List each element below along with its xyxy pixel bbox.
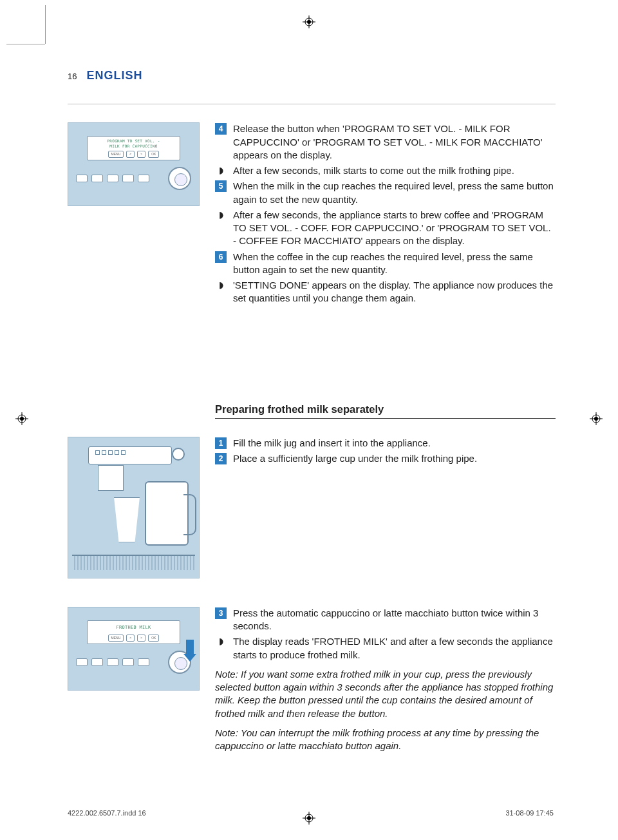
control-icon (107, 175, 118, 182)
step-text: Release the button when 'PROGRAM TO SET … (233, 122, 556, 162)
bullet-icon: ◗ (215, 209, 227, 248)
control-icon (138, 175, 149, 182)
control-icon (76, 175, 88, 182)
registration-mark-icon (15, 412, 28, 425)
step-4-sub: ◗ After a few seconds, milk starts to co… (215, 164, 556, 177)
step-3-sub: ◗ The display reads 'FROTHED MILK' and a… (215, 635, 556, 662)
control-icon (91, 175, 103, 182)
step-text: Press the automatic cappuccino or latte … (233, 607, 556, 633)
control-icon (138, 658, 149, 666)
left-button-icon: < (126, 635, 135, 642)
step-5-sub: ◗ After a few seconds, the appliance sta… (215, 209, 556, 248)
step-2: 2 Place a sufficiently large cup under t… (215, 452, 556, 465)
sub-text: 'SETTING DONE' appears on the display. T… (233, 279, 556, 305)
page-footer: 4222.002.6507.7.indd 16 31-08-09 17:45 (68, 808, 554, 818)
lcd-line-1: FROTHED MILK (90, 623, 177, 633)
registration-mark-icon (590, 412, 603, 425)
bullet-icon: ◗ (215, 164, 227, 177)
step-number: 1 (215, 437, 227, 449)
step-3: 3 Press the automatic cappuccino or latt… (215, 607, 556, 633)
registration-mark-icon (303, 15, 315, 28)
crop-mark (45, 5, 46, 44)
illustration-display-panel: PROGRAM TO SET VOL. - MILK FOR CAPPUCCIN… (68, 122, 200, 206)
step-6: 6 When the coffee in the cup reaches the… (215, 251, 556, 277)
step-number: 4 (215, 123, 227, 135)
ok-button-icon: OK (148, 151, 159, 158)
language-label: ENGLISH (86, 68, 142, 83)
lcd-screen: PROGRAM TO SET VOL. - MILK FOR CAPPUCCIN… (87, 136, 180, 160)
control-icon (122, 658, 134, 666)
step-number: 3 (215, 607, 227, 619)
step-5: 5 When the milk in the cup reaches the r… (215, 180, 556, 206)
step-number: 2 (215, 453, 227, 464)
note-text: Note: If you want some extra frothed mil… (215, 668, 556, 720)
step-4: 4 Release the button when 'PROGRAM TO SE… (215, 122, 556, 162)
step-number: 5 (215, 180, 227, 192)
step-text: When the milk in the cup reaches the req… (233, 180, 556, 206)
step-6-sub: ◗ 'SETTING DONE' appears on the display.… (215, 279, 556, 305)
step-text: Place a sufficiently large cup under the… (233, 452, 556, 465)
sub-text: After a few seconds, milk starts to come… (233, 164, 514, 177)
step-text: Fill the milk jug and insert it into the… (233, 437, 556, 450)
page-header: 16 ENGLISH (68, 68, 556, 83)
right-button-icon: > (137, 635, 145, 642)
left-button-icon: < (126, 151, 135, 158)
footer-date: 31-08-09 17:45 (505, 808, 554, 818)
illustration-display-panel-frothed: FROTHED MILK MENU < > OK (68, 607, 200, 691)
dial-icon (168, 167, 191, 190)
sub-text: The display reads 'FROTHED MILK' and aft… (233, 635, 556, 662)
section-rule (215, 418, 556, 419)
ok-button-icon: OK (148, 635, 159, 642)
control-icon (122, 175, 134, 182)
illustration-machine-cup (68, 437, 200, 578)
bullet-icon: ◗ (215, 635, 227, 662)
lcd-screen: FROTHED MILK MENU < > OK (87, 620, 180, 644)
control-strip (72, 651, 195, 674)
control-strip (72, 167, 195, 190)
step-text: When the coffee in the cup reaches the r… (233, 251, 556, 277)
right-button-icon: > (137, 151, 145, 158)
step-number: 6 (215, 251, 227, 263)
svg-point-3 (307, 20, 311, 24)
section-title: Preparing frothed milk separately (215, 402, 556, 416)
svg-point-11 (594, 417, 598, 421)
lcd-line-1: PROGRAM TO SET VOL. - (90, 138, 177, 144)
lcd-line-2: MILK FOR CAPPUCCINO (90, 144, 177, 149)
menu-button-icon: MENU (108, 635, 124, 642)
step-1: 1 Fill the milk jug and insert it into t… (215, 437, 556, 450)
page-number: 16 (68, 71, 77, 82)
footer-file: 4222.002.6507.7.indd 16 (68, 808, 146, 818)
control-icon (91, 658, 103, 666)
control-icon (107, 658, 118, 666)
menu-button-icon: MENU (108, 151, 124, 158)
bullet-icon: ◗ (215, 279, 227, 305)
control-icon (76, 658, 88, 666)
note-text: Note: You can interrupt the milk frothin… (215, 727, 556, 753)
sub-text: After a few seconds, the appliance start… (233, 209, 556, 248)
svg-point-7 (20, 417, 24, 421)
crop-mark (6, 44, 45, 44)
